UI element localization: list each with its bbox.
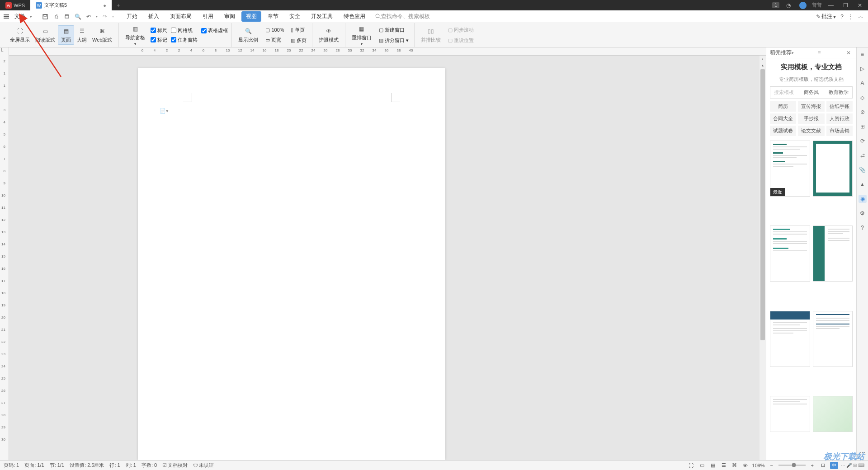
hamburger-icon[interactable]: ≡ (859, 50, 867, 58)
split-window-button[interactable]: ▥拆分窗口▾ (377, 36, 410, 45)
fullscreen-icon[interactable]: ⛶ (687, 462, 695, 469)
tab-chapter[interactable]: 章节 (263, 11, 283, 22)
annotation-button[interactable]: ✎批注▾ (816, 13, 836, 20)
template-thumb[interactable]: 最近 (770, 141, 810, 197)
table-grid-checkbox[interactable]: 表格虚框 (201, 27, 228, 34)
tab-view[interactable]: 视图 (241, 11, 261, 22)
zoom-out-button[interactable]: − (768, 462, 776, 469)
document-canvas[interactable]: 📄▾ (9, 47, 760, 460)
template-thumb[interactable] (813, 226, 853, 282)
save-button[interactable] (42, 13, 49, 20)
template-tag[interactable]: 信纸手账 (826, 101, 853, 112)
tab-security[interactable]: 安全 (285, 11, 305, 22)
tab-devtools[interactable]: 开发工具 (307, 11, 337, 22)
zoom-in-button[interactable]: + (808, 462, 816, 469)
link-icon[interactable]: ⥄ (859, 151, 867, 160)
file-menu[interactable]: 文件 (12, 12, 28, 21)
undo-button[interactable]: ↶ (85, 13, 92, 20)
zoom-button[interactable]: 🔍显示比例 (236, 26, 261, 44)
tools-icon[interactable]: ⊞ (859, 122, 867, 131)
template-tag[interactable]: 试题试卷 (770, 126, 796, 136)
read-mode-button[interactable]: ▭阅读版式 (33, 26, 58, 44)
panel-close-button[interactable]: ✕ (846, 50, 851, 56)
help-icon[interactable]: ? (859, 224, 867, 232)
readmode-icon[interactable]: ▭ (698, 462, 706, 469)
minimize-button[interactable]: — (826, 1, 836, 10)
outline-button[interactable]: ☰大纲 (74, 26, 90, 44)
spellcheck-button[interactable]: ☑文档校对 (162, 462, 188, 469)
zoom-slider[interactable] (778, 465, 806, 466)
template-tag[interactable]: 市场营销 (826, 126, 853, 136)
home-tab[interactable]: W WPS (0, 0, 30, 10)
nav-pane-button[interactable]: ▥导航窗格▾ (123, 24, 148, 47)
print-preview-button[interactable]: 🔍 (74, 13, 81, 20)
vertical-scrollbar[interactable]: ▪ ▴ (760, 47, 766, 460)
web-view-button[interactable]: ⌘Web版式 (90, 26, 115, 44)
scroll-up-button[interactable]: ▴ (760, 62, 766, 68)
redo-button[interactable]: ↷ (101, 13, 108, 20)
page-num-label[interactable]: 页码: 1 (4, 462, 19, 469)
ruler-checkbox[interactable]: 标尺 (151, 27, 167, 34)
pageview-icon[interactable]: ▤ (709, 462, 717, 469)
picture-icon[interactable]: ▲ (859, 180, 867, 188)
print-button[interactable] (63, 13, 71, 20)
scroll-options-icon[interactable]: ▪ (760, 56, 766, 62)
tab-start[interactable]: 开始 (122, 11, 142, 22)
template-tag[interactable]: 人资行政 (826, 113, 853, 124)
output-button[interactable]: ⎙ (52, 13, 60, 20)
backup-icon[interactable]: ⟳ (859, 137, 867, 145)
multi-page-button[interactable]: ▥多页 (289, 36, 308, 45)
eye-icon[interactable]: 👁 (741, 462, 750, 469)
shape-icon[interactable]: ◇ (859, 94, 867, 102)
style-icon[interactable]: A (859, 79, 867, 87)
template-thumb[interactable] (813, 311, 853, 367)
add-tab-button[interactable]: + (112, 0, 125, 10)
horizontal-ruler[interactable]: 642246810121416182022242628303234363840 (9, 47, 766, 56)
page-count-label[interactable]: 页面: 1/1 (24, 462, 44, 469)
zoom-100-button[interactable]: ▢100% (264, 26, 286, 34)
word-count-label[interactable]: 字数: 0 (142, 462, 157, 469)
template-tag[interactable]: 合同大全 (770, 113, 796, 124)
more-button[interactable]: ⋮ (848, 14, 854, 20)
document-page[interactable]: 📄▾ (138, 68, 445, 460)
template-tag[interactable]: 论文文献 (798, 126, 824, 136)
tab-special[interactable]: 特色应用 (339, 11, 370, 22)
notification-badge[interactable]: 1 (772, 2, 779, 8)
fullscreen-button[interactable]: ⛶全屏显示 (7, 26, 33, 44)
page-width-button[interactable]: ▭页宽 (264, 36, 286, 44)
scroll-thumb[interactable] (760, 69, 765, 340)
template-tab-education[interactable]: 教育教学 (825, 87, 852, 98)
eye-protect-button[interactable]: 👁护眼模式 (316, 26, 341, 44)
fit-icon[interactable]: ⊡ (819, 462, 827, 469)
arrange-windows-button[interactable]: ▦重排窗口▾ (349, 24, 374, 47)
new-window-button[interactable]: ▢新建窗口 (377, 26, 410, 34)
close-button[interactable]: ✕ (854, 1, 865, 10)
template-tag[interactable]: 宣传海报 (798, 101, 824, 112)
webview-icon[interactable]: ⌘ (731, 462, 739, 469)
row-label[interactable]: 行: 1 (109, 462, 120, 469)
collapse-ribbon-button[interactable]: ︿ (858, 13, 863, 20)
command-search[interactable]: 查找命令、搜索模板 (375, 13, 430, 20)
template-tag[interactable]: 手抄报 (798, 113, 824, 124)
help-button[interactable]: ? (840, 14, 844, 20)
template-icon[interactable]: ◉ (859, 195, 867, 203)
tab-insert[interactable]: 插入 (144, 11, 164, 22)
panel-options-icon[interactable]: ≡ (817, 50, 821, 56)
ruler-pos-label[interactable]: 设置值: 2.5厘米 (70, 462, 104, 469)
template-tag[interactable]: 简历 (770, 101, 796, 112)
tab-references[interactable]: 引用 (198, 11, 218, 22)
template-thumb[interactable] (770, 311, 810, 367)
insert-indicator[interactable]: 📄▾ (160, 108, 169, 114)
compare-button[interactable]: ▯▯并排比较 (418, 26, 443, 44)
zoom-level[interactable]: 109% (752, 463, 765, 468)
markup-checkbox[interactable]: 标记 (151, 37, 167, 43)
template-thumb[interactable] (770, 396, 810, 432)
hamburger-menu[interactable] (3, 14, 10, 19)
theme-icon[interactable]: ◔ (783, 1, 794, 10)
maximize-button[interactable]: ❐ (840, 1, 851, 10)
template-thumb[interactable] (770, 226, 810, 282)
template-search-input[interactable]: 搜索模板 (770, 87, 797, 98)
tab-review[interactable]: 审阅 (220, 11, 240, 22)
template-thumb[interactable] (813, 141, 853, 197)
ime-indicator[interactable]: 中 (830, 462, 838, 469)
